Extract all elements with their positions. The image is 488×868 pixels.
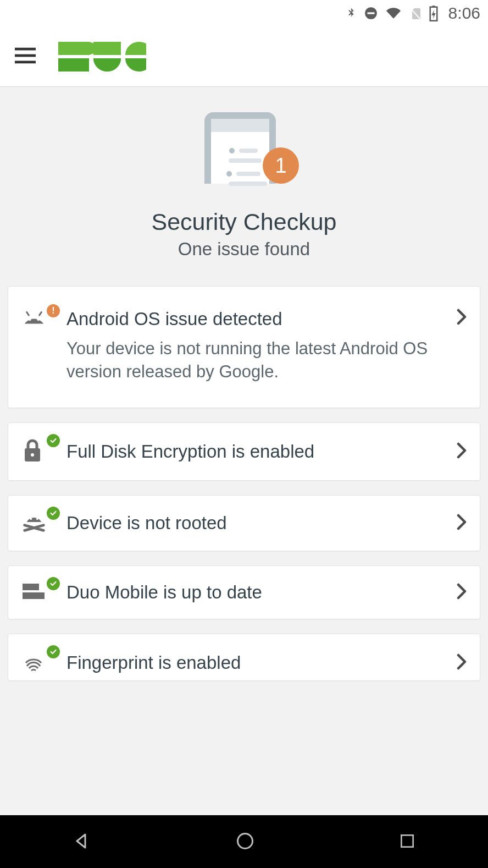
android-crossbones-icon [21,511,47,535]
lock-icon [21,438,43,465]
svg-rect-29 [23,592,45,599]
checkmark-badge-icon [47,577,60,590]
security-item-duo-updated[interactable]: Duo Mobile is up to date [8,565,480,619]
svg-point-24 [30,518,32,520]
recents-button[interactable] [392,826,423,858]
android-icon [21,309,47,328]
phone-illustration: 1 [189,112,299,197]
duo-logo [58,42,146,72]
app-bar [0,26,488,87]
no-sim-icon [409,5,422,21]
home-button[interactable] [229,825,262,859]
svg-rect-7 [15,61,36,64]
security-item-title: Duo Mobile is up to date [66,582,447,603]
back-button[interactable] [65,825,98,859]
chevron-right-icon [457,442,467,461]
chevron-right-icon [457,583,467,602]
chevron-right-icon [457,653,467,672]
security-item-encryption[interactable]: Full Disk Encryption is enabled [8,422,480,481]
chevron-right-icon [457,514,467,532]
security-item-description: Your device is not running the latest An… [66,337,447,383]
security-item-title: Fingerprint is enabled [66,652,447,673]
wifi-icon [385,6,402,20]
security-checkup-hero: 1 Security Checkup One issue found [0,87,488,273]
svg-line-20 [27,312,29,315]
menu-button[interactable] [12,43,38,70]
security-item-fingerprint[interactable]: Fingerprint is enabled [8,634,480,681]
battery-charging-icon [429,5,439,21]
chevron-right-icon [457,309,467,327]
security-item-title: Device is not rooted [66,513,447,534]
checkmark-badge-icon [47,507,60,520]
status-bar: 8:06 [0,0,488,26]
checkmark-badge-icon [47,434,60,447]
svg-point-23 [31,453,34,457]
do-not-disturb-icon [364,6,378,20]
fingerprint-icon [21,650,46,676]
issue-count-badge: 1 [263,147,299,184]
checkmark-badge-icon [47,645,60,658]
svg-rect-16 [58,58,89,72]
svg-point-25 [36,518,38,520]
svg-point-19 [37,318,40,321]
hamburger-icon [15,47,36,65]
svg-rect-5 [15,48,36,51]
hero-subtitle: One issue found [0,239,488,260]
security-item-title: Android OS issue detected [66,309,447,329]
security-item-title: Full Disk Encryption is enabled [66,441,447,462]
security-item-list: ! Android OS issue detected Your device … [0,273,488,681]
svg-rect-4 [432,6,435,8]
warning-badge-icon: ! [47,304,60,317]
android-nav-bar [0,815,488,868]
svg-rect-17 [93,42,121,55]
hero-title: Security Checkup [0,208,488,235]
security-item-not-rooted[interactable]: Device is not rooted [8,495,480,551]
bluetooth-icon [345,5,357,21]
svg-rect-31 [402,835,413,847]
security-item-android-os[interactable]: ! Android OS issue detected Your device … [8,286,480,408]
svg-rect-1 [367,12,374,14]
svg-line-21 [40,312,42,315]
duo-app-icon [21,581,46,603]
svg-point-30 [237,833,252,848]
svg-rect-28 [23,584,39,590]
status-time: 8:06 [448,4,480,23]
svg-point-18 [29,318,31,321]
svg-rect-6 [15,54,36,57]
